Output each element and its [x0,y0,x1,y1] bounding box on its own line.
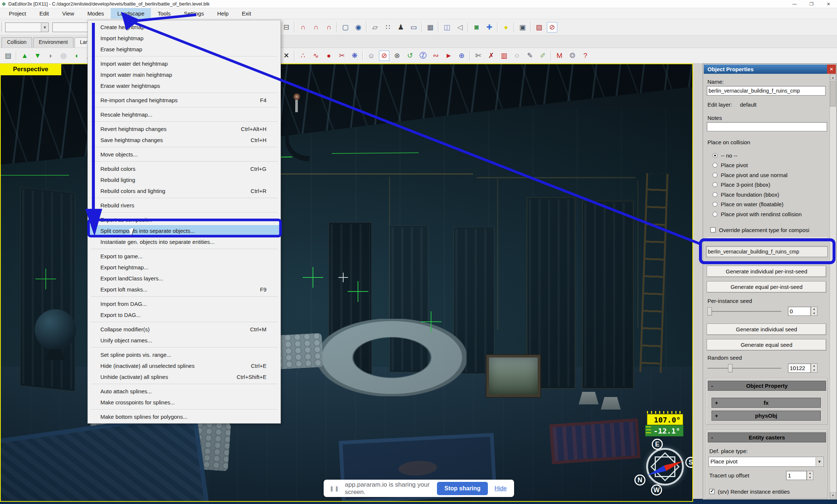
landscape-menu-item[interactable]: Collapse modifier(s) Ctrl+M [88,324,280,335]
landscape-menu-item[interactable]: Import water det heightmap [88,58,280,69]
landscape-menu-item[interactable]: Export to DAG... [88,309,280,320]
landscape-menu-item[interactable]: Unhide (activate) all splines Ctrl+Shift… [88,371,280,382]
generate-equal-seed-button[interactable]: Generate equal seed [707,339,826,351]
tab-collision[interactable]: Collision [1,37,32,48]
menubar-tools[interactable]: Tools [151,8,177,19]
collision-option-radio[interactable]: Place pivot with rendinst collision [713,210,802,218]
landscape-menu-item[interactable]: Import heightmap [88,32,280,44]
object-property-group-header[interactable]: - Object Property [708,381,826,391]
radio-icon[interactable] [713,153,717,158]
landscape-menu-item[interactable]: Set spline points vis. range... [88,349,280,360]
landscape-menu-item[interactable]: Revert heightmap changes Ctrl+Alt+H [88,123,280,134]
spin-down-icon[interactable]: ▼ [807,476,813,480]
combo-arrow-icon[interactable]: ▼ [41,23,48,32]
restore-button[interactable]: ❐ [803,0,820,8]
pen-small-icon[interactable]: ✐ [538,51,548,61]
random-seed-slider[interactable] [707,363,781,373]
gizmo-marker[interactable] [35,269,56,289]
close-button[interactable]: ✕ [820,0,837,8]
rotate-x-icon[interactable]: ⊗ [392,51,402,61]
sphere-blue-icon[interactable]: ❋ [349,51,360,61]
shader-ball-icon[interactable]: ❂ [567,51,578,61]
console-panel-icon[interactable]: ▤ [3,51,13,61]
landscape-menu-item[interactable]: Save heightmap changes Ctrl+H [88,134,280,145]
menubar-view[interactable]: View [56,8,81,19]
draw-disabled-icon[interactable]: ⊘ [547,22,557,32]
landscape-menu-item[interactable]: Auto attach splines... [88,386,280,397]
gizmo-marker[interactable] [348,281,368,302]
lasso-loop-icon[interactable]: ◌ [512,51,522,61]
generate-individual-per-inst-seed-button[interactable]: Generate individual per-inst-seed [707,266,826,277]
paint-bucket-icon[interactable]: ◖ [71,51,82,61]
landscape-menu-item[interactable]: Re-import changed heightmaps F4 [88,94,280,106]
menubar-project[interactable]: Project [2,8,33,19]
radio-icon[interactable] [713,212,717,217]
spin-up-icon[interactable]: ▲ [811,307,817,311]
landscape-menu-item[interactable]: Rebuild ligting [88,174,280,185]
def-place-type-dropdown[interactable]: Place pivot ▼ [709,457,824,467]
spline-points-icon[interactable]: ∴ [298,51,308,61]
menu-item-split-composits[interactable]: Split composits into separate objects... [88,225,280,236]
fx-group-header[interactable]: + fx [712,398,821,408]
material-editor-icon[interactable]: M [554,51,565,61]
collapse-icon[interactable]: - [711,381,713,390]
random-seed-field[interactable] [788,363,811,373]
stat-table-icon[interactable]: ▦ [425,22,435,32]
spline-ellipse-icon[interactable]: ● [324,51,334,61]
expand-icon[interactable]: + [715,398,718,407]
collapse-icon[interactable]: - [711,433,713,442]
landscape-menu-item[interactable]: Export as composit... [88,214,280,225]
landscape-menu-item[interactable]: Import from DAG... [88,298,280,309]
radio-icon[interactable] [713,192,717,197]
landscape-menu-item[interactable]: Make crosspoints for splines... [88,397,280,408]
override-placement-checkbox[interactable]: Override placement type for composi [710,226,809,234]
zoom-extents-icon[interactable]: ◉ [353,22,364,32]
marquee-select-icon[interactable]: ▢ [340,22,351,32]
radio-icon[interactable] [713,173,717,177]
terrain-lower-icon[interactable]: ▼ [32,51,43,61]
landscape-menu-item[interactable]: Export heightmap... [88,262,280,273]
move-points-icon[interactable]: ✚ [484,22,495,32]
collision-option-radio[interactable]: -- no -- [713,152,737,159]
slider-thumb[interactable] [707,307,712,315]
collision-option-radio[interactable]: Place pivot [713,162,748,169]
landscape-menu-item[interactable]: Import water main heightmap [88,69,280,80]
landscape-menu-item[interactable]: Rebuild rivers [88,200,280,211]
menubar-settings[interactable]: Settings [177,8,210,19]
pane-layout-icon[interactable]: ⊟ [281,22,292,32]
menubar-modes[interactable]: Modes [81,8,111,19]
gizmo-marker[interactable] [303,267,323,288]
per-instance-seed-slider[interactable] [707,307,781,316]
terrain-smooth-icon[interactable]: ◗ [45,51,56,61]
collision-option-radio[interactable]: Place pivot and use normal [713,171,788,179]
compass-rose[interactable]: E S N W [634,435,693,498]
landscape-menu-item[interactable]: Erase water heightmaps [88,80,280,91]
landscape-menu-item[interactable]: Hide (inactivate) all unselected splines… [88,360,280,371]
tab-environment[interactable]: Environment [33,37,73,48]
stop-sharing-button[interactable]: Stop sharing [437,482,488,495]
smiley-entity-icon[interactable]: ☺ [366,51,376,61]
radio-icon[interactable] [713,202,717,207]
landscape-menu-item[interactable]: Rebuild colors and lighting Ctrl+R [88,185,280,196]
viewport-label[interactable]: Perspective [0,63,61,75]
light-probe-icon[interactable]: ● [501,22,511,32]
checkbox-icon[interactable] [710,227,716,232]
spline-polyline-icon[interactable]: ∿ [311,51,321,61]
landscape-menu-item[interactable]: Move objects... [88,149,280,160]
panel-close-icon[interactable]: ✕ [827,65,836,74]
minimize-button[interactable]: — [786,0,803,8]
pawn-figure-icon[interactable]: ♟ [396,22,406,32]
render-disabled-icon[interactable]: ▨ [534,22,544,32]
menubar-edit[interactable]: Edit [33,8,56,19]
hide-link[interactable]: Hide [495,485,507,492]
radio-icon[interactable] [713,182,717,187]
landscape-menu-item[interactable]: Make bottom splines for polygons... [88,411,280,422]
radio-icon[interactable] [713,163,717,168]
view-cone-icon[interactable]: ◁ [455,22,465,32]
rotate-z-icon[interactable]: Ⓩ [418,51,428,61]
collision-option-radio[interactable]: Place 3-point (bbox) [713,181,770,189]
menubar-help[interactable]: Help [210,8,235,19]
camera-icon[interactable]: ◙ [471,22,482,32]
palette-card-icon[interactable]: ▥ [499,51,509,61]
new-window-icon[interactable]: ▣ [517,22,528,32]
